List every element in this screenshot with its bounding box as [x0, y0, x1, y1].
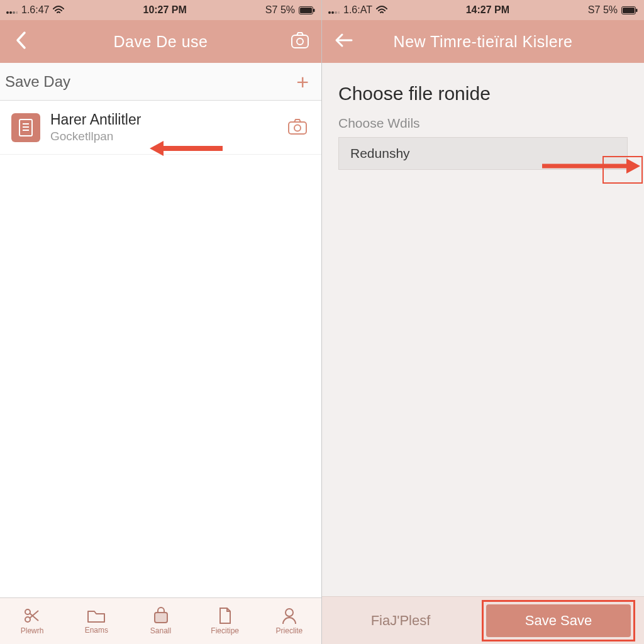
list-item-action[interactable]	[285, 115, 310, 140]
wifi-icon	[376, 6, 387, 14]
page-subheading: Choose Wdils	[338, 116, 628, 131]
svg-rect-18	[155, 613, 167, 623]
tab-bar: Plewrh Enams Sanall Fiecitipe Prieclite	[0, 597, 321, 644]
person-icon	[281, 607, 297, 625]
folder-icon	[87, 608, 106, 624]
chevron-left-icon	[15, 31, 28, 52]
list-item-title: Harer Antilitler	[50, 111, 275, 128]
list-item[interactable]: Harer Antilitler Gocketllpan	[0, 101, 321, 155]
option-label: Redunshy	[350, 146, 410, 161]
camera-outline-icon	[287, 118, 308, 138]
svg-point-2	[13, 11, 15, 14]
status-bar: 1.6:47 10:27 PM S7 5%	[0, 0, 321, 20]
status-extra: S7 5%	[588, 4, 618, 16]
carrier-text: 1.6:AT	[343, 4, 372, 16]
svg-rect-7	[292, 35, 308, 48]
section-title: Save Day	[5, 73, 70, 91]
tab-label: Sanall	[150, 626, 171, 635]
footer-bar: FiaJ'Plesf Save Save	[322, 596, 644, 644]
nav-bar: Dave De use	[0, 20, 321, 63]
phone-left: 1.6:47 10:27 PM S7 5% Dave De use	[0, 0, 322, 644]
phone-right: 1.6:AT 14:27 PM S7 5% New Timre-tieïral …	[322, 0, 644, 644]
nav-title: New Timre-tieïral Kislere	[356, 33, 610, 51]
tab-label: Enams	[85, 626, 108, 635]
svg-point-23	[338, 11, 340, 14]
tab-fiecitipe[interactable]: Fiecitipe	[193, 598, 257, 644]
svg-point-3	[16, 11, 18, 14]
save-button[interactable]: Save Save	[486, 604, 631, 637]
tab-sanall[interactable]: Sanall	[128, 598, 192, 644]
tab-prieclite[interactable]: Prieclite	[257, 598, 321, 644]
annotation-highlight: Save Save	[482, 600, 635, 641]
svg-rect-6	[313, 9, 315, 12]
add-button[interactable]: +	[296, 71, 309, 92]
nav-bar: New Timre-tieïral Kislere	[322, 20, 644, 63]
svg-rect-13	[289, 122, 306, 134]
page-heading: Choose file ronide	[338, 83, 628, 104]
status-time: 14:27 PM	[466, 4, 509, 16]
svg-rect-25	[623, 8, 635, 13]
footer-left-label: FiaJ'Plesf	[331, 613, 470, 629]
save-button-label: Save Save	[525, 613, 592, 629]
back-button[interactable]	[331, 29, 356, 54]
nav-action-button[interactable]	[287, 29, 313, 54]
camera-outline-icon	[291, 31, 309, 52]
list-item-subtitle: Gocketllpan	[50, 130, 275, 143]
svg-rect-5	[300, 8, 312, 13]
battery-icon	[299, 6, 315, 14]
status-extra: S7 5%	[265, 4, 295, 16]
svg-point-8	[297, 38, 303, 45]
plus-icon: +	[296, 70, 309, 94]
svg-point-20	[328, 11, 331, 14]
page-icon	[218, 607, 233, 625]
tab-label: Fiecitipe	[211, 626, 239, 635]
signal-icon	[6, 6, 18, 14]
svg-point-0	[6, 11, 9, 14]
nav-title: Dave De use	[34, 33, 287, 51]
wifi-icon	[53, 6, 64, 14]
document-icon	[11, 113, 40, 142]
svg-rect-26	[636, 9, 638, 12]
tab-enams[interactable]: Enams	[64, 598, 128, 644]
scissors-icon	[23, 607, 41, 625]
signal-icon	[328, 6, 340, 14]
option-row[interactable]: Redunshy	[338, 137, 628, 170]
arrow-left-icon	[334, 32, 353, 51]
status-bar: 1.6:AT 14:27 PM S7 5%	[322, 0, 644, 20]
svg-point-1	[9, 11, 12, 14]
bag-icon	[152, 607, 170, 625]
content-area: Choose file ronide Choose Wdils Redunshy	[322, 63, 644, 596]
svg-point-19	[286, 609, 293, 616]
status-time: 10:27 PM	[143, 4, 186, 16]
tab-label: Prieclite	[276, 626, 303, 635]
svg-point-14	[294, 125, 301, 131]
back-button[interactable]	[9, 29, 34, 54]
carrier-text: 1.6:47	[21, 4, 49, 16]
battery-icon	[621, 6, 638, 14]
tab-plewrh[interactable]: Plewrh	[0, 598, 64, 644]
svg-point-22	[335, 11, 337, 14]
svg-point-21	[331, 11, 334, 14]
tab-label: Plewrh	[21, 626, 44, 635]
section-header: Save Day +	[0, 63, 321, 101]
